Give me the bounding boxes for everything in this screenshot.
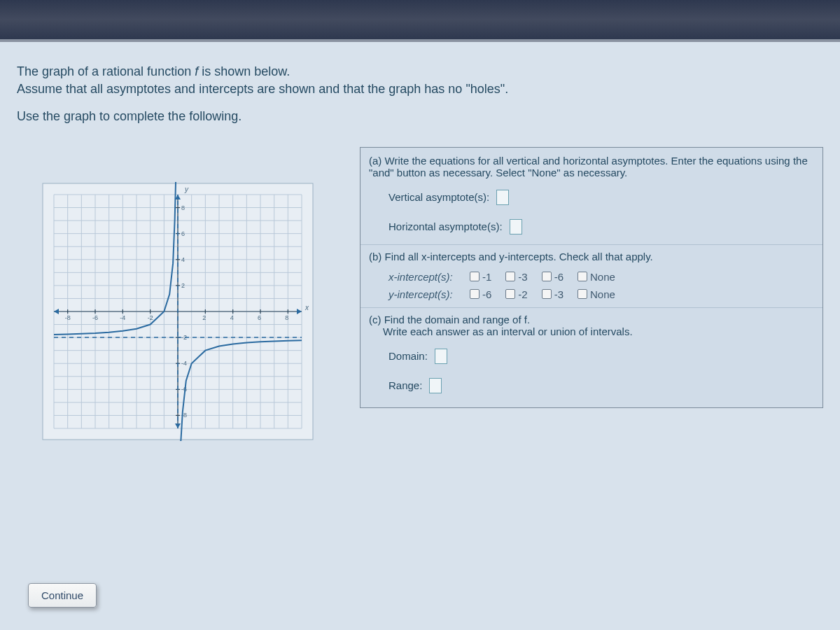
ha-label: Horizontal asymptote(s): xyxy=(388,220,503,232)
svg-text:4: 4 xyxy=(230,314,234,321)
window-titlebar xyxy=(0,0,840,42)
svg-text:6: 6 xyxy=(181,230,185,237)
svg-text:-4: -4 xyxy=(120,314,125,321)
x-opt-3[interactable]: None xyxy=(578,271,615,283)
intro-line1-pre: The graph of a rational function xyxy=(17,64,195,78)
function-graph: -8-6-4-22468-8-6-4-22468 x y xyxy=(41,182,314,441)
domain-label: Domain: xyxy=(388,350,428,362)
intro-line1-post: is shown below. xyxy=(198,64,290,78)
y-intercepts-label: y-intercept(s): xyxy=(388,288,456,300)
svg-text:2: 2 xyxy=(181,281,185,288)
domain-input[interactable] xyxy=(435,349,447,364)
svg-text:8: 8 xyxy=(181,204,185,211)
continue-button[interactable]: Continue xyxy=(28,583,97,608)
svg-text:-6: -6 xyxy=(181,386,187,393)
answer-panel: (a) Write the equations for all vertical… xyxy=(360,147,823,408)
range-input[interactable] xyxy=(429,378,442,393)
y-opt-1[interactable]: -2 xyxy=(505,288,527,300)
svg-text:8: 8 xyxy=(285,314,288,321)
part-c-text: (c) Find the domain and range of f. Writ… xyxy=(360,311,822,342)
x-opt-1[interactable]: -3 xyxy=(505,271,527,283)
svg-text:y: y xyxy=(184,186,189,193)
svg-text:4: 4 xyxy=(181,255,185,262)
range-label: Range: xyxy=(388,379,422,391)
svg-text:-6: -6 xyxy=(92,314,98,321)
svg-text:2: 2 xyxy=(202,314,206,321)
part-b-text: (b) Find all x-intercepts and y-intercep… xyxy=(360,248,822,267)
ha-input[interactable] xyxy=(510,219,522,234)
svg-text:6: 6 xyxy=(258,314,261,321)
y-opt-3[interactable]: None xyxy=(578,288,615,300)
y-opt-0[interactable]: -6 xyxy=(470,288,491,300)
va-input[interactable] xyxy=(496,190,509,205)
question-page: The graph of a rational function f is sh… xyxy=(0,42,840,630)
intro-line2: Assume that all asymptotes and intercept… xyxy=(17,82,508,96)
part-a-text: (a) Write the equations for all vertical… xyxy=(360,152,822,183)
intro-line3: Use the graph to complete the following. xyxy=(17,109,241,123)
svg-text:x: x xyxy=(304,304,309,312)
svg-text:-2: -2 xyxy=(148,314,153,321)
svg-text:-4: -4 xyxy=(181,360,187,367)
va-label: Vertical asymptote(s): xyxy=(388,191,489,203)
y-opt-2[interactable]: -3 xyxy=(542,288,564,300)
prompt-text: The graph of a rational function f is sh… xyxy=(17,63,823,126)
x-opt-2[interactable]: -6 xyxy=(542,271,564,283)
svg-text:-8: -8 xyxy=(65,314,71,321)
x-intercepts-label: x-intercept(s): xyxy=(388,271,456,283)
x-opt-0[interactable]: -1 xyxy=(470,271,491,283)
